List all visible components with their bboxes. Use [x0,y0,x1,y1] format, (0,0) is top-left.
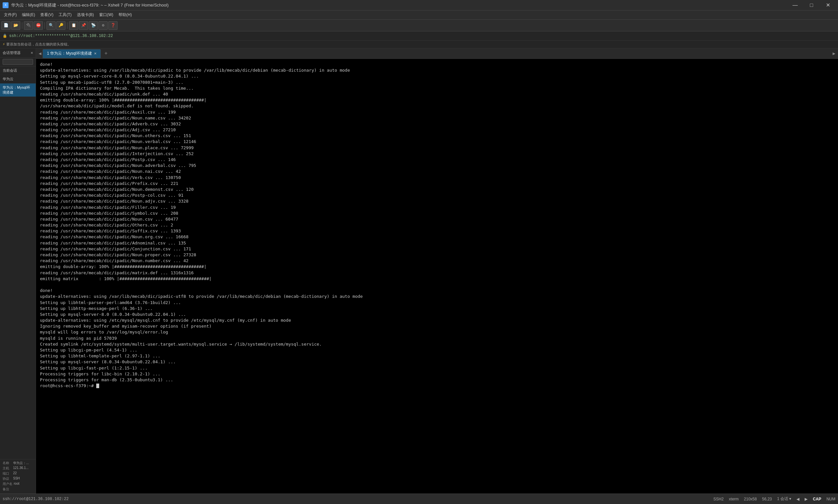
status-encoding: xterm [729,497,739,501]
app-icon: X [3,2,8,8]
menu-item[interactable]: 窗口(W) [96,11,116,19]
toolbar-copy-btn[interactable]: 📋 [69,21,78,30]
toolbar-disconnect-btn[interactable]: ⛔ [34,21,43,30]
menu-item[interactable]: 编辑(E) [19,11,38,19]
status-cap: CAP [813,497,821,501]
sidebar-item-mysql[interactable]: 华为云：Mysql环境搭建 [0,84,36,97]
session-info: 名称 华为云：... 主机 121.36.1... 端口 22 协议 SSH 用… [0,459,36,493]
tab-mysql[interactable]: 1 华为云：Mysql环境搭建 ✕ [42,49,101,58]
status-left: ssh://root@121.36.108.102:22 [3,497,69,501]
titlebar: X 华为云：Mysql环境搭建 - root@hcss-ecs-f379: ~ … [0,0,838,11]
status-nav-left[interactable]: ◀ [797,497,799,501]
tab-close-icon[interactable]: ✕ [94,52,96,55]
toolbar-key-btn[interactable]: 🔑 [56,21,66,30]
toolbar-sep1 [22,22,22,29]
toolbar-sftp-btn[interactable]: 📡 [89,21,98,30]
menu-item[interactable]: 查看(V) [38,11,56,19]
toolbar-help-btn[interactable]: ❓ [108,21,118,30]
tab-label: 1 华为云：Mysql环境搭建 [47,51,92,56]
menu-item[interactable]: 工具(T) [56,11,74,19]
status-position: 56,23 [762,497,772,501]
titlebar-controls: — □ ✕ [788,0,835,11]
toolbar-sep2 [44,22,45,29]
minimize-button[interactable]: — [788,0,803,11]
status-right: SSH2 xterm 210x58 56,23 1 会话 ▾ ◀ ▶ CAP N… [713,496,835,502]
tab-add-button[interactable]: + [102,50,110,58]
tabbar: ◀ 1 华为云：Mysql环境搭建 ✕ + ▶ [36,49,838,59]
info-row-name: 名称 华为云：... [3,461,33,465]
toolbar-sep3 [67,22,68,29]
lock-icon: 🔒 [3,34,7,38]
terminal-content: done! update-alternatives: using /var/li… [40,61,834,389]
toolbar: 📄 📂 🔌 ⛔ 🔍 🔑 📋 📌 📡 ⚙ ❓ [0,20,838,32]
main-area: 会话管理器 ✕ 当前会话 华为云 华为云：Mysql环境搭建 名称 华为云：..… [0,49,838,493]
title-text: 华为云：Mysql环境搭建 - root@hcss-ecs-f379: ~ – … [11,2,168,8]
info-row-user: 用户名 root [3,482,33,486]
menubar: 文件(F)编辑(E)查看(V)工具(T)选项卡(B)窗口(W)帮助(H) [0,11,838,20]
tab-nav-left-icon[interactable]: ◀ [37,51,42,56]
sidebar-search-input[interactable] [3,59,33,65]
status-num: NUM [826,497,835,501]
toolbar-search-btn[interactable]: 🔍 [47,21,56,30]
maximize-button[interactable]: □ [804,0,819,11]
sidebar-header: 会话管理器 ✕ [0,49,36,58]
sidebar-item-current-session[interactable]: 当前会话 [0,67,36,75]
menu-item[interactable]: 文件(F) [1,11,19,19]
status-dimensions: 210x58 [744,497,757,501]
close-button[interactable]: ✕ [820,0,835,11]
toolbar-new-btn[interactable]: 📄 [1,21,11,30]
toolbar-settings-btn[interactable]: ⚙ [99,21,108,30]
address-text: ssh://root:***************@121.36.108.10… [9,34,113,38]
status-connection: ssh://root@121.36.108.102:22 [3,497,69,501]
toolbar-open-btn[interactable]: 📂 [11,21,20,30]
addressbar: 🔒 ssh://root:***************@121.36.108.… [0,32,838,40]
statusbar: ssh://root@121.36.108.102:22 SSH2 xterm … [0,493,838,504]
sidebar-close-icon[interactable]: ✕ [31,50,33,55]
menu-item[interactable]: 选项卡(B) [74,11,96,19]
toolbar-paste-btn[interactable]: 📌 [79,21,88,30]
info-row-host: 主机 121.36.1... [3,466,33,471]
info-row-port: 端口 22 [3,471,33,476]
status-protocol: SSH2 [713,497,724,501]
toolbar-connect-btn[interactable]: 🔌 [24,21,33,30]
sidebar-item-huawei[interactable]: 华为云 [0,75,36,84]
status-sessions[interactable]: 1 会话 ▾ [777,496,791,502]
sidebar: 会话管理器 ✕ 当前会话 华为云 华为云：Mysql环境搭建 名称 华为云：..… [0,49,36,493]
titlebar-left: X 华为云：Mysql环境搭建 - root@hcss-ecs-f379: ~ … [3,2,168,8]
sidebar-search-area [0,58,36,67]
info-row-protocol: 协议 SSH [3,476,33,481]
terminal-cursor [96,383,99,388]
sidebar-title: 会话管理器 [3,50,21,55]
hint-icon: ⚡ [3,42,5,47]
tab-nav-right-icon[interactable]: ▶ [832,51,837,56]
menu-item[interactable]: 帮助(H) [116,11,135,19]
hint-text: 要添加当前会话，点击左侧的箭头按钮。 [6,42,71,47]
info-row-note: 备注 [3,487,33,491]
content-area: ◀ 1 华为云：Mysql环境搭建 ✕ + ▶ done! update-alt… [36,49,838,493]
status-nav-right[interactable]: ▶ [805,497,807,501]
hintbar: ⚡ 要添加当前会话，点击左侧的箭头按钮。 [0,40,838,49]
terminal[interactable]: done! update-alternatives: using /var/li… [36,59,838,493]
